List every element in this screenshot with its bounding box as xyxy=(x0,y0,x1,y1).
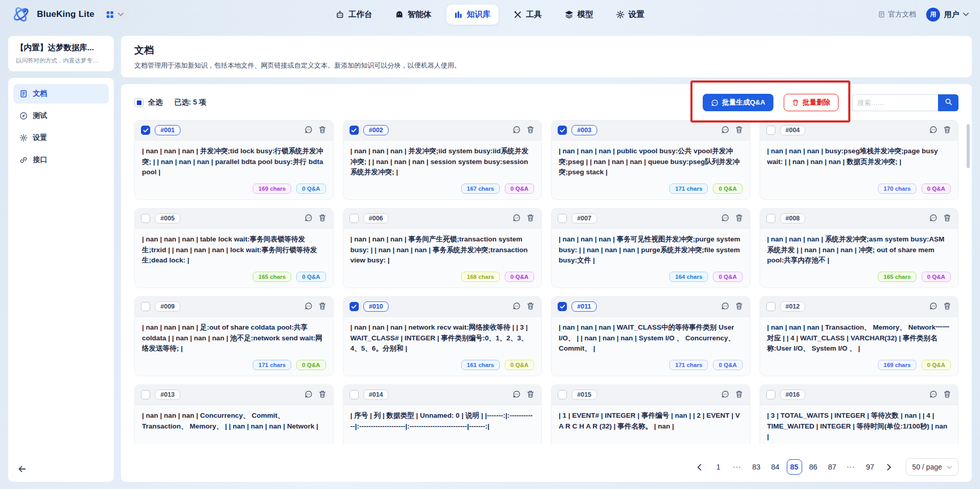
sidebar-item-settings[interactable]: 设置 xyxy=(13,128,109,148)
document-card: #009 | nan | nan | nan | 足:out of share … xyxy=(134,296,334,376)
batch-delete-button[interactable]: 批量删除 xyxy=(784,94,839,111)
comment-icon[interactable] xyxy=(721,126,730,135)
nav-item-agents[interactable]: 智能体 xyxy=(387,5,439,25)
trash-icon[interactable] xyxy=(734,390,744,399)
card-checkbox[interactable] xyxy=(766,126,775,135)
sidebar-item-api[interactable]: 接口 xyxy=(13,150,109,170)
card-checkbox[interactable] xyxy=(350,302,359,311)
comment-icon[interactable] xyxy=(512,390,521,399)
card-qa-badge: 0 Q&A xyxy=(505,184,534,194)
card-checkbox[interactable] xyxy=(141,390,150,399)
card-id-badge: #016 xyxy=(780,390,806,400)
nav-item-knowledge-base[interactable]: 知识库 xyxy=(446,5,499,25)
nav-item-settings[interactable]: 设置 xyxy=(608,5,652,25)
trash-icon[interactable] xyxy=(526,302,535,311)
scrollbar-thumb[interactable] xyxy=(967,124,970,168)
trash-icon[interactable] xyxy=(734,302,744,311)
collapse-sidebar-button[interactable] xyxy=(16,464,28,475)
card-checkbox[interactable] xyxy=(350,126,359,135)
search-input[interactable] xyxy=(852,94,938,111)
card-chars-badge: 171 chars xyxy=(253,360,291,370)
gear-icon xyxy=(19,134,28,142)
card-checkbox[interactable] xyxy=(141,214,150,223)
sidebar-item-documents[interactable]: 文档 xyxy=(13,84,109,104)
search-button[interactable] xyxy=(938,94,958,111)
toolbar-right: 批量生成Q&A 批量删除 xyxy=(703,94,958,111)
card-checkbox[interactable] xyxy=(558,126,567,135)
comment-icon[interactable] xyxy=(721,214,730,223)
comment-icon[interactable] xyxy=(304,302,313,311)
comment-icon[interactable] xyxy=(512,302,521,311)
official-docs-link[interactable]: 官方文档 xyxy=(878,10,916,19)
card-checkbox[interactable] xyxy=(558,214,567,223)
comment-icon[interactable] xyxy=(304,390,313,399)
card-header: #006 xyxy=(343,209,542,229)
trash-icon[interactable] xyxy=(526,214,535,223)
card-checkbox[interactable] xyxy=(141,302,150,311)
comment-icon[interactable] xyxy=(929,390,938,399)
card-header: #003 xyxy=(552,120,750,140)
trash-icon[interactable] xyxy=(734,214,744,223)
trash-icon[interactable] xyxy=(318,390,327,399)
card-chars-badge: 170 chars xyxy=(878,184,916,194)
select-all-checkbox[interactable] xyxy=(134,98,144,107)
page-number-84[interactable]: 84 xyxy=(768,459,783,475)
pagination-next[interactable] xyxy=(882,459,897,475)
document-card: #006 | nan | nan | nan | 事务间产生死锁;transac… xyxy=(343,208,542,288)
comment-icon[interactable] xyxy=(304,126,313,135)
card-checkbox[interactable] xyxy=(766,390,775,399)
document-card-grid: #001 | nan | nan | nan | 并发冲突;tid lock b… xyxy=(134,120,958,444)
page-number-83[interactable]: 83 xyxy=(749,459,764,475)
comment-icon[interactable] xyxy=(721,390,730,399)
trash-icon[interactable] xyxy=(943,390,952,399)
page-number-86[interactable]: 86 xyxy=(806,459,821,475)
comment-icon[interactable] xyxy=(304,214,313,223)
nav-item-models[interactable]: 模型 xyxy=(557,5,601,25)
card-chars-badge: 161 chars xyxy=(461,360,500,370)
page-number-97[interactable]: 97 xyxy=(863,459,878,475)
card-badges: 170 chars 0 Q&A xyxy=(760,179,958,199)
trash-icon[interactable] xyxy=(943,302,952,311)
comment-icon[interactable] xyxy=(929,126,938,135)
trash-icon[interactable] xyxy=(943,214,952,223)
comment-icon[interactable] xyxy=(512,214,521,223)
batch-generate-qa-button[interactable]: 批量生成Q&A xyxy=(703,94,773,111)
page-number-85[interactable]: 85 xyxy=(787,459,802,475)
trash-icon[interactable] xyxy=(318,126,327,135)
trash-icon[interactable] xyxy=(318,302,327,311)
sidebar-item-test[interactable]: 测试 xyxy=(13,106,109,126)
comment-icon[interactable] xyxy=(512,126,521,135)
card-qa-badge: 0 Q&A xyxy=(922,360,951,370)
card-checkbox[interactable] xyxy=(350,214,359,223)
page-number-1[interactable]: 1 xyxy=(711,459,726,475)
card-checkbox[interactable] xyxy=(558,302,567,311)
comment-icon[interactable] xyxy=(721,302,730,311)
pagination-ellipsis: ••• xyxy=(730,459,745,475)
card-chars-badge: 171 chars xyxy=(669,184,708,194)
trash-icon[interactable] xyxy=(943,126,952,135)
card-checkbox[interactable] xyxy=(141,126,150,135)
user-menu[interactable]: 用 用户 xyxy=(926,8,969,22)
card-chars-badge: 168 chars xyxy=(461,272,500,282)
app-switcher-button[interactable] xyxy=(100,7,129,23)
trash-icon[interactable] xyxy=(734,126,744,135)
pagination-prev[interactable] xyxy=(692,459,707,475)
trash-icon[interactable] xyxy=(318,214,327,223)
nav-item-tools[interactable]: 工具 xyxy=(505,5,549,25)
comment-icon[interactable] xyxy=(929,214,938,223)
card-checkbox[interactable] xyxy=(558,390,567,399)
card-id-badge: #007 xyxy=(571,213,597,223)
trash-icon[interactable] xyxy=(526,126,535,135)
card-id-badge: #006 xyxy=(363,213,389,223)
page-number-87[interactable]: 87 xyxy=(825,459,840,475)
nav-item-workbench[interactable]: 工作台 xyxy=(328,5,380,25)
card-chars-badge: 169 chars xyxy=(253,184,291,194)
card-checkbox[interactable] xyxy=(350,390,359,399)
comment-icon[interactable] xyxy=(929,302,938,311)
card-checkbox[interactable] xyxy=(766,214,775,223)
document-card: #004 | nan | nan | nan | busy:pseg堆栈并发冲突… xyxy=(760,120,959,200)
card-checkbox[interactable] xyxy=(766,302,775,311)
page-size-select[interactable]: 50 / page xyxy=(906,458,958,476)
trash-icon[interactable] xyxy=(526,390,535,399)
document-card: #005 | nan | nan | nan | table lock wait… xyxy=(134,208,334,288)
